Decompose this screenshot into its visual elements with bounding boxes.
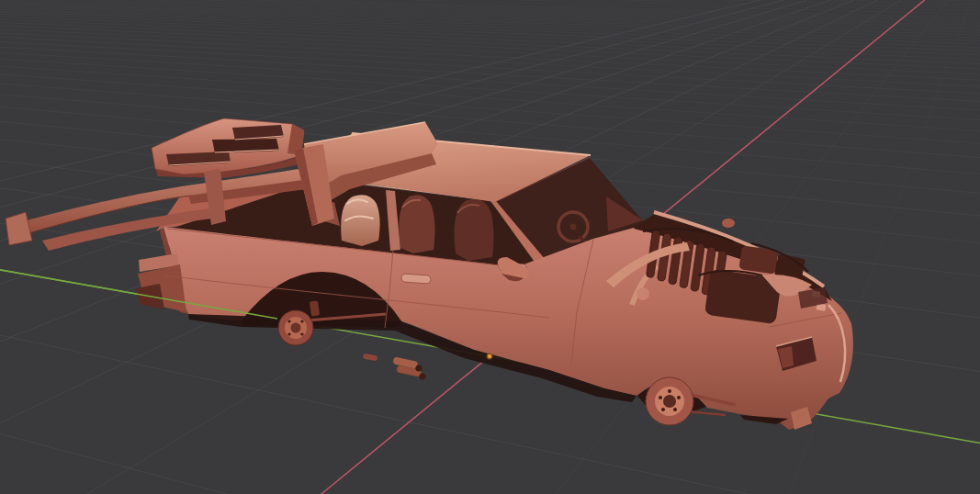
viewport-canvas[interactable] — [0, 0, 980, 494]
seat-right — [455, 199, 494, 262]
object-origin-marker[interactable] — [487, 354, 492, 359]
seat-middle — [399, 195, 434, 253]
far-side-mirror — [722, 219, 735, 228]
door-handle — [401, 274, 432, 284]
viewport-3d[interactable] — [0, 0, 980, 494]
